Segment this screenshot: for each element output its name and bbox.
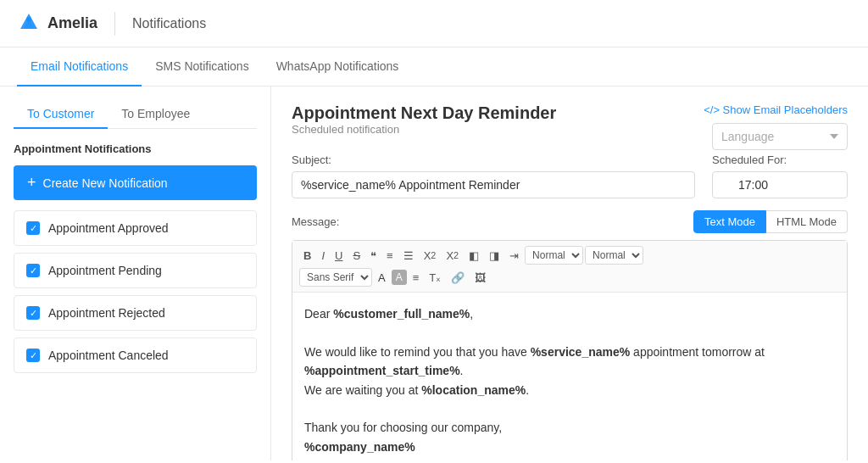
unordered-list-button[interactable]: ☰ — [399, 247, 418, 265]
subject-label: Subject: — [292, 153, 695, 166]
indent-button[interactable]: ⇥ — [505, 247, 523, 265]
content-title-group: Appointment Next Day Reminder Scheduled … — [292, 103, 556, 149]
toolbar: B I U S ❝ ≡ ☰ X2 X2 ◧ ◨ ⇥ Normal H1H2H3 … — [292, 241, 847, 293]
list-item[interactable]: Appointment Pending — [14, 253, 257, 288]
html-mode-button[interactable]: HTML Mode — [766, 210, 848, 233]
scheduled-label: Scheduled notification — [292, 123, 556, 136]
checkbox-approved[interactable] — [26, 221, 40, 235]
list-item[interactable]: Appointment Rejected — [14, 295, 257, 331]
text-mode-button[interactable]: Text Mode — [693, 210, 766, 233]
time-wrapper: ⏰ — [712, 171, 848, 198]
main-layout: To Customer To Employee Appointment Noti… — [0, 86, 868, 460]
sidebar: To Customer To Employee Appointment Noti… — [0, 86, 271, 460]
list-item[interactable]: Appointment Approved — [14, 210, 257, 246]
message-label: Message: — [292, 215, 339, 228]
underline-button[interactable]: U — [331, 247, 347, 265]
content-header: Appointment Next Day Reminder Scheduled … — [292, 103, 848, 150]
logo-text: Amelia — [47, 14, 97, 32]
header: Amelia Notifications — [0, 0, 868, 47]
size-select[interactable]: Normal SmallLarge — [585, 246, 643, 265]
scheduled-for-label: Scheduled For: — [712, 153, 848, 166]
form-group-subject: Subject: — [292, 153, 695, 198]
message-header: Message: Text Mode HTML Mode — [292, 210, 848, 233]
sub-tab-customer[interactable]: To Customer — [14, 100, 108, 129]
show-placeholders-link[interactable]: </> Show Email Placeholders — [704, 103, 848, 116]
notification-label-canceled: Appointment Canceled — [48, 349, 169, 362]
sub-tabs: To Customer To Employee — [14, 100, 257, 129]
right-actions: </> Show Email Placeholders Language — [704, 103, 848, 150]
tab-sms-notifications[interactable]: SMS Notifications — [142, 47, 262, 86]
company-name-placeholder: %company_name% — [304, 440, 415, 454]
align-right-button[interactable]: ◨ — [485, 247, 504, 265]
form-group-scheduled: Scheduled For: ⏰ — [712, 153, 848, 198]
blockquote-button[interactable]: ❝ — [366, 247, 381, 265]
align-center-button[interactable]: ≡ — [409, 269, 424, 287]
tab-whatsapp-notifications[interactable]: WhatsApp Notifications — [263, 47, 413, 86]
checkbox-pending[interactable] — [26, 264, 40, 277]
subject-input[interactable] — [292, 171, 695, 198]
plus-icon: + — [27, 174, 36, 192]
checkbox-rejected[interactable] — [26, 306, 40, 320]
highlight-button[interactable]: A — [392, 270, 407, 285]
editor-wrapper: B I U S ❝ ≡ ☰ X2 X2 ◧ ◨ ⇥ Normal H1H2H3 … — [292, 240, 848, 460]
strikethrough-button[interactable]: S — [348, 247, 364, 265]
link-button[interactable]: 🔗 — [447, 269, 469, 287]
image-button[interactable]: 🖼 — [470, 269, 490, 287]
create-btn-label: Create New Notification — [43, 176, 168, 190]
logo-icon — [17, 12, 41, 36]
mode-buttons: Text Mode HTML Mode — [693, 210, 848, 233]
superscript-button[interactable]: X2 — [442, 247, 463, 265]
editor-content[interactable]: Dear %customer_full_name%, We would like… — [292, 293, 847, 460]
section-title: Appointment Notifications — [14, 142, 257, 155]
tab-email-notifications[interactable]: Email Notifications — [17, 47, 142, 86]
service-name-placeholder: %service_name% — [531, 345, 631, 359]
language-select[interactable]: Language — [712, 123, 848, 150]
form-row-subject: Subject: Scheduled For: ⏰ — [292, 153, 848, 198]
svg-point-0 — [26, 17, 31, 22]
list-item[interactable]: Appointment Canceled — [14, 337, 257, 373]
notification-label-rejected: Appointment Rejected — [48, 306, 165, 320]
font-color-button[interactable]: A — [374, 269, 390, 287]
location-name-placeholder: %location_name% — [421, 383, 526, 397]
header-title: Notifications — [132, 16, 206, 31]
customer-name-placeholder: %customer_full_name% — [333, 307, 470, 321]
bold-button[interactable]: B — [299, 247, 315, 265]
align-left-button[interactable]: ◧ — [465, 247, 483, 265]
sub-tab-employee[interactable]: To Employee — [108, 100, 203, 129]
top-tabs: Email Notifications SMS Notifications Wh… — [0, 47, 868, 86]
content-title: Appointment Next Day Reminder — [292, 103, 556, 123]
time-input[interactable] — [712, 171, 848, 198]
start-time-placeholder: %appointment_start_time% — [304, 364, 460, 377]
create-new-notification-button[interactable]: + Create New Notification — [14, 165, 257, 200]
header-divider — [114, 12, 115, 36]
subscript-button[interactable]: X2 — [420, 247, 441, 265]
logo: Amelia — [17, 12, 97, 36]
format-select[interactable]: Normal H1H2H3 — [525, 246, 583, 265]
ordered-list-button[interactable]: ≡ — [382, 247, 398, 265]
checkbox-canceled[interactable] — [26, 349, 40, 362]
clear-format-button[interactable]: Tₓ — [425, 269, 445, 287]
italic-button[interactable]: I — [317, 247, 329, 265]
notification-label-approved: Appointment Approved — [48, 221, 169, 235]
font-select[interactable]: Sans Serif ArialGeorgiaVerdana — [299, 268, 372, 287]
notification-label-pending: Appointment Pending — [48, 264, 162, 277]
content-area: Appointment Next Day Reminder Scheduled … — [271, 86, 868, 460]
